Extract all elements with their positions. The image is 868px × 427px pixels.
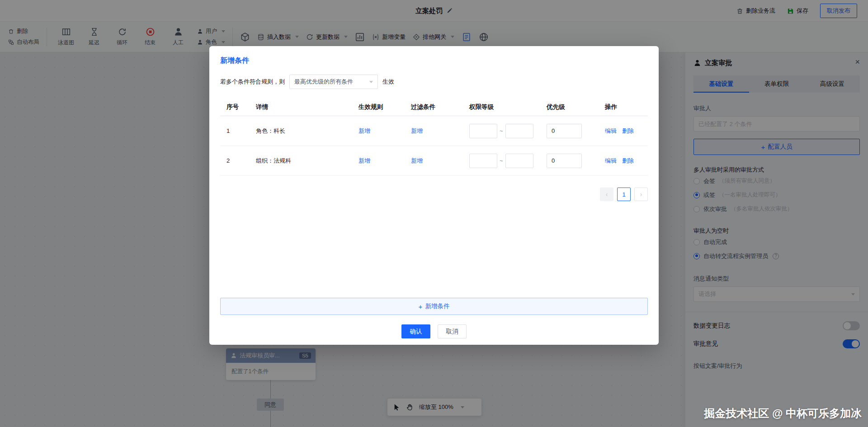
modal-footer: 确认 取消 xyxy=(209,324,659,338)
level-min-input[interactable] xyxy=(469,124,497,138)
add-condition-button[interactable]: + 新增条件 xyxy=(220,298,648,315)
priority-input[interactable] xyxy=(547,124,582,138)
edit-link[interactable]: 编辑 xyxy=(605,157,617,165)
filter-add-link[interactable]: 新增 xyxy=(411,157,423,165)
effect-rule-add-link[interactable]: 新增 xyxy=(359,127,370,135)
table-header-row: 序号 详情 生效规则 过滤条件 权限等级 优先级 操作 xyxy=(220,98,648,116)
pager-prev-button[interactable]: ‹ xyxy=(600,188,613,201)
pager-page-button[interactable]: 1 xyxy=(617,188,631,201)
col-detail: 详情 xyxy=(250,103,352,111)
rule-select-value: 最高优先级的所有条件 xyxy=(294,78,353,86)
tilde-separator: ~ xyxy=(500,127,503,134)
row-detail: 角色：科长 xyxy=(250,127,352,135)
row-index: 1 xyxy=(220,127,250,134)
pager-next-button[interactable]: › xyxy=(634,188,648,201)
table-row: 2 组织：法规科 新增 新增 ~ 编辑 删除 xyxy=(220,146,648,176)
level-max-input[interactable] xyxy=(505,124,533,138)
row-detail: 组织：法规科 xyxy=(250,157,352,165)
col-actions: 操作 xyxy=(599,103,648,111)
app-root: 立案处罚 删除业务流 保存 取消发布 删除 自动布局 xyxy=(0,0,868,427)
add-condition-label: 新增条件 xyxy=(425,302,449,310)
conditions-table: 序号 详情 生效规则 过滤条件 权限等级 优先级 操作 1 角色：科长 新增 新… xyxy=(220,98,648,176)
confirm-button[interactable]: 确认 xyxy=(401,324,430,338)
col-priority: 优先级 xyxy=(540,103,599,111)
edit-link[interactable]: 编辑 xyxy=(605,127,617,135)
tilde-separator: ~ xyxy=(500,157,503,164)
cancel-button[interactable]: 取消 xyxy=(438,324,467,338)
level-min-input[interactable] xyxy=(469,154,497,168)
plus-icon: + xyxy=(419,303,423,310)
table-row: 1 角色：科长 新增 新增 ~ 编辑 删除 xyxy=(220,116,648,146)
modal-title: 新增条件 xyxy=(220,56,648,66)
col-index: 序号 xyxy=(220,103,250,111)
row-index: 2 xyxy=(220,157,250,164)
pagination: ‹ 1 › xyxy=(220,188,648,201)
rule-row: 若多个条件符合规则，则 最高优先级的所有条件 生效 xyxy=(220,75,648,89)
chevron-down-icon xyxy=(369,81,373,83)
col-effect-rule: 生效规则 xyxy=(352,103,405,111)
watermark: 掘金技术社区 @ 中杯可乐多加冰 xyxy=(704,406,862,421)
effect-rule-add-link[interactable]: 新增 xyxy=(359,157,370,165)
rule-suffix: 生效 xyxy=(382,78,394,86)
add-condition-modal: 新增条件 若多个条件符合规则，则 最高优先级的所有条件 生效 序号 详情 生效规… xyxy=(209,46,659,345)
rule-prefix: 若多个条件符合规则，则 xyxy=(220,78,285,86)
rule-select[interactable]: 最高优先级的所有条件 xyxy=(289,75,378,89)
col-level: 权限等级 xyxy=(463,103,540,111)
priority-input[interactable] xyxy=(547,154,582,168)
filter-add-link[interactable]: 新增 xyxy=(411,127,423,135)
delete-link[interactable]: 删除 xyxy=(622,157,634,165)
col-filter: 过滤条件 xyxy=(405,103,463,111)
delete-link[interactable]: 删除 xyxy=(622,127,634,135)
level-max-input[interactable] xyxy=(505,154,533,168)
